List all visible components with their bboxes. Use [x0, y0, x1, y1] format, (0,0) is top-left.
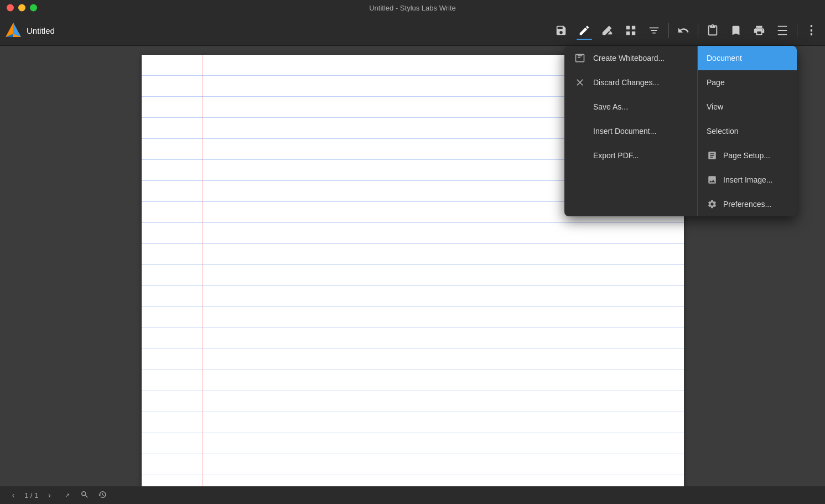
- format-button[interactable]: [643, 19, 665, 41]
- maximize-button[interactable]: [30, 4, 37, 12]
- minimize-button[interactable]: [18, 4, 25, 12]
- ruled-line: [142, 244, 684, 265]
- menu-item-save-as[interactable]: Save As...: [564, 95, 697, 119]
- preferences-icon: [707, 199, 718, 210]
- export-pdf-icon: [573, 149, 587, 162]
- menu-item-create-whiteboard[interactable]: Create Whiteboard...: [564, 46, 697, 70]
- title-bar: Untitled - Stylus Labs Write: [0, 0, 825, 15]
- paste-button[interactable]: [702, 19, 724, 41]
- toolbar-separator-3: [797, 23, 797, 38]
- insert-document-icon: [573, 124, 587, 138]
- whiteboard-icon: [573, 51, 587, 65]
- view-label: View: [707, 102, 723, 111]
- menu-item-page[interactable]: Page: [698, 70, 797, 95]
- grid-button[interactable]: [620, 19, 642, 41]
- menu-item-insert-image[interactable]: Insert Image...: [698, 168, 797, 192]
- menu-content: Create Whiteboard... Discard Changes... …: [564, 46, 797, 216]
- discard-icon: [573, 76, 587, 89]
- menu-item-selection[interactable]: Selection: [698, 119, 797, 143]
- ruled-line: [142, 433, 684, 454]
- menu-item-export-pdf[interactable]: Export PDF...: [564, 143, 697, 168]
- menu-left: Create Whiteboard... Discard Changes... …: [564, 46, 697, 216]
- toolbar-right: ⋮: [550, 19, 821, 41]
- ruled-line: [142, 328, 684, 349]
- save-as-icon: [573, 100, 587, 113]
- toolbar-separator-1: [668, 23, 669, 38]
- ruled-line: [142, 223, 684, 244]
- save-button[interactable]: [550, 19, 572, 41]
- undo-button[interactable]: [672, 19, 694, 41]
- menu-item-page-setup[interactable]: Page Setup...: [698, 143, 797, 168]
- selection-label: Selection: [707, 127, 739, 136]
- ruled-line: [142, 307, 684, 328]
- export-pdf-label: Export PDF...: [593, 151, 639, 160]
- goto-page-button[interactable]: ↗: [60, 489, 74, 502]
- next-page-button[interactable]: ›: [43, 489, 56, 502]
- pen-button[interactable]: [573, 19, 595, 41]
- page-indicator: 1 / 1: [24, 491, 38, 500]
- page-label: Page: [707, 78, 725, 87]
- ruled-line: [142, 265, 684, 286]
- split-button[interactable]: [771, 19, 793, 41]
- menu-item-insert-document[interactable]: Insert Document...: [564, 119, 697, 143]
- menu-item-discard-changes[interactable]: Discard Changes...: [564, 70, 697, 95]
- ruled-line: [142, 286, 684, 307]
- preferences-label: Preferences...: [723, 200, 771, 209]
- prev-page-button[interactable]: ‹: [7, 489, 20, 502]
- save-as-label: Save As...: [593, 102, 628, 111]
- menu-item-view[interactable]: View: [698, 95, 797, 119]
- dropdown-menu: Create Whiteboard... Discard Changes... …: [564, 46, 797, 216]
- history-button[interactable]: [96, 489, 109, 502]
- ruled-line: [142, 454, 684, 475]
- more-icon: ⋮: [805, 23, 816, 38]
- toolbar: Untitled: [0, 15, 825, 46]
- ruled-line: [142, 370, 684, 391]
- window-controls: [7, 4, 37, 12]
- document-label: Document: [707, 54, 742, 63]
- more-button[interactable]: ⋮: [801, 19, 821, 41]
- eraser-button[interactable]: [596, 19, 619, 41]
- zoom-button[interactable]: [78, 489, 91, 502]
- app-logo: [4, 22, 22, 39]
- ruled-line: [142, 412, 684, 433]
- ruled-line: [142, 391, 684, 412]
- menu-item-preferences[interactable]: Preferences...: [698, 192, 797, 216]
- insert-image-label: Insert Image...: [723, 175, 772, 184]
- insert-image-icon: [707, 174, 718, 185]
- app-title: Untitled: [27, 26, 550, 35]
- discard-changes-label: Discard Changes...: [593, 78, 659, 87]
- menu-item-document[interactable]: Document: [698, 46, 797, 70]
- menu-right: Document Page View Selection Pa: [697, 46, 797, 216]
- insert-document-label: Insert Document...: [593, 127, 656, 136]
- toolbar-separator-2: [698, 23, 698, 38]
- status-bar: ‹ 1 / 1 › ↗: [0, 486, 825, 504]
- bookmark-button[interactable]: [725, 19, 747, 41]
- page-setup-icon: [707, 150, 718, 161]
- create-whiteboard-label: Create Whiteboard...: [593, 54, 665, 63]
- page-setup-label: Page Setup...: [723, 151, 770, 160]
- window-title: Untitled - Stylus Labs Write: [369, 4, 456, 12]
- print-button[interactable]: [748, 19, 770, 41]
- ruled-line: [142, 349, 684, 370]
- close-button[interactable]: [7, 4, 14, 12]
